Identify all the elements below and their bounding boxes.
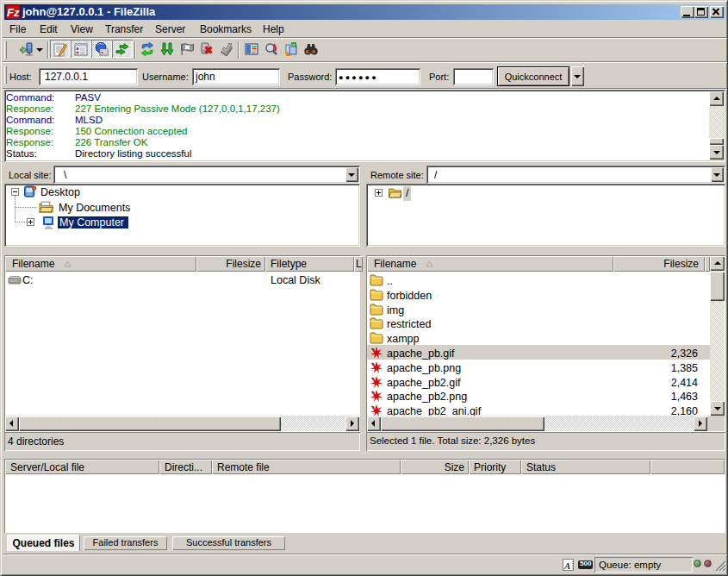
svg-text:Fz: Fz: [7, 6, 20, 19]
svg-text:A: A: [563, 560, 570, 571]
